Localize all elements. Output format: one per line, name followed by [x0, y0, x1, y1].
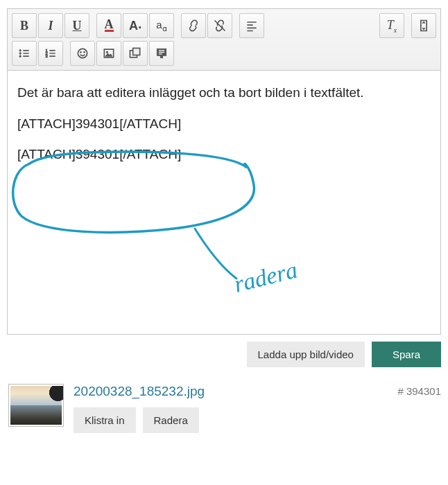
- olist-button[interactable]: 123: [38, 41, 63, 66]
- fontsize-icon: A▪: [129, 19, 141, 33]
- paste-button[interactable]: Klistra in: [74, 407, 136, 433]
- editor-toolbar: B I U A A▪ aɑ: [8, 9, 440, 71]
- italic-button[interactable]: I: [38, 13, 63, 38]
- italic-icon: I: [48, 19, 53, 33]
- align-button[interactable]: [239, 13, 264, 38]
- ulist-icon: [17, 46, 31, 60]
- image-icon: [102, 46, 116, 60]
- svg-point-0: [19, 50, 21, 52]
- save-button[interactable]: Spara: [372, 342, 441, 367]
- editor-container: B I U A A▪ aɑ: [7, 8, 441, 335]
- editor-textarea[interactable]: Det är bara att editera inlägget och ta …: [8, 71, 440, 334]
- svg-rect-12: [133, 48, 140, 55]
- svg-point-8: [84, 51, 85, 53]
- svg-point-7: [80, 51, 82, 53]
- media-button[interactable]: [149, 41, 174, 66]
- attachment-id: # 394301: [397, 384, 441, 397]
- annotation-text: radera: [232, 256, 300, 297]
- svg-point-10: [106, 51, 108, 53]
- gallery-icon: [128, 46, 142, 60]
- svg-rect-14: [160, 55, 162, 58]
- ulist-button[interactable]: [12, 41, 37, 66]
- align-icon: [245, 19, 259, 33]
- editor-line-3: [ATTACH]394301[/ATTACH]: [17, 145, 431, 165]
- case-icon: aɑ: [156, 19, 166, 33]
- expand-button[interactable]: [411, 13, 436, 38]
- clearformat-button[interactable]: Tx: [379, 13, 404, 38]
- attachment-item: 20200328_185232.jpg Klistra in Radera # …: [0, 367, 448, 433]
- gallery-button[interactable]: [123, 41, 148, 66]
- unlink-icon: [213, 19, 227, 33]
- editor-line-1: Det är bara att editera inlägget och ta …: [17, 83, 431, 103]
- attachment-filename[interactable]: 20200328_185232.jpg: [74, 384, 388, 399]
- editor-actions: Ladda upp bild/video Spara: [0, 335, 448, 367]
- delete-button[interactable]: Radera: [143, 407, 199, 433]
- underline-icon: U: [73, 19, 82, 33]
- image-button[interactable]: [96, 41, 121, 66]
- clearformat-icon: Tx: [387, 18, 397, 34]
- fontsize-button[interactable]: A▪: [123, 13, 148, 38]
- removeformat-button[interactable]: aɑ: [149, 13, 174, 38]
- link-button[interactable]: [181, 13, 206, 38]
- media-icon: [155, 46, 169, 60]
- textcolor-icon: A: [105, 19, 114, 32]
- expand-icon: [417, 19, 431, 33]
- attachment-thumbnail[interactable]: [8, 384, 64, 427]
- bold-button[interactable]: B: [12, 13, 37, 38]
- link-icon: [187, 19, 200, 33]
- svg-point-1: [19, 53, 21, 55]
- svg-point-2: [19, 55, 21, 58]
- upload-button[interactable]: Ladda upp bild/video: [247, 342, 365, 367]
- underline-button[interactable]: U: [64, 13, 89, 38]
- toolbar-row-2: 123: [12, 41, 436, 66]
- olist-icon: 123: [44, 46, 58, 60]
- emoji-icon: [76, 46, 89, 60]
- unlink-button[interactable]: [207, 13, 232, 38]
- editor-line-2: [ATTACH]394301[/ATTACH]: [17, 114, 431, 134]
- bold-icon: B: [20, 19, 28, 33]
- toolbar-row-1: B I U A A▪ aɑ: [12, 13, 436, 38]
- hand-annotation: radera: [8, 71, 438, 334]
- textcolor-button[interactable]: A: [96, 13, 121, 38]
- svg-text:3: 3: [46, 54, 48, 58]
- emoji-button[interactable]: [70, 41, 95, 66]
- svg-point-6: [78, 48, 87, 58]
